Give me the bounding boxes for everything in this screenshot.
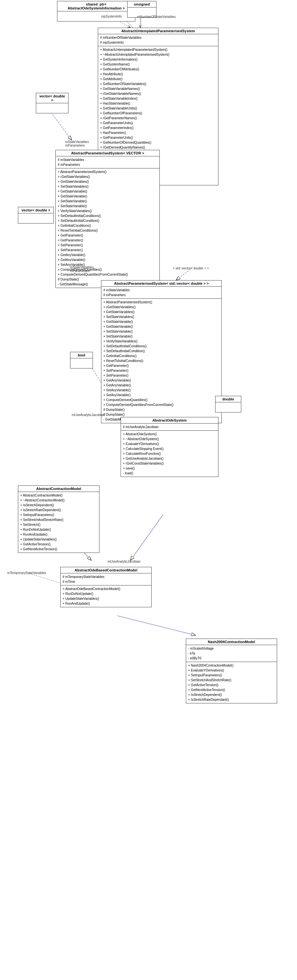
apsv-field-2: # mParameters bbox=[103, 293, 219, 298]
method-17: + GetParameterIndex() bbox=[100, 126, 216, 130]
acm-m10: + UpdateStateVariables() bbox=[20, 537, 97, 542]
shared-ptr-body bbox=[57, 11, 135, 21]
aos-m7: + rGetConstStateVariables() bbox=[123, 461, 216, 466]
mpSystemInfo-label: mpSystemInfo bbox=[101, 15, 122, 18]
field-1: # mNumberOfStateVariables bbox=[100, 35, 216, 40]
nash-m2: + EvaluateYDerivatives() bbox=[188, 668, 275, 673]
svg-line-17 bbox=[29, 573, 60, 583]
abstract-untemplated-fields: # mNumberOfStateVariables # mpSystemInfo bbox=[98, 34, 218, 46]
apv-m11: + SetDefaultInitialCondition() bbox=[58, 218, 158, 223]
apv-m2: + rGetStateVariables() bbox=[58, 174, 158, 179]
apsv-m9: + VerifyStateVariables() bbox=[103, 339, 219, 344]
apv-m15: + GetParameter() bbox=[58, 238, 158, 243]
method-15: + rGetParameterNames() bbox=[100, 116, 216, 121]
mNumberOfStateVariables-label: mNumberOfStateVariables bbox=[137, 15, 176, 19]
bool-box: bool bbox=[70, 352, 93, 369]
apsv-m23: # DumpState() bbox=[103, 407, 219, 412]
nash-m6: + GetNextActiveTension() bbox=[188, 687, 275, 692]
apv-m5: + GetStateVariable() bbox=[58, 189, 158, 194]
acm-m12: + GetNextActiveTension() bbox=[20, 547, 97, 552]
method-2: + ~AbstractUntemplatedParameterisedSyste… bbox=[100, 52, 216, 57]
method-13: + GetStateVariableUnits() bbox=[100, 106, 216, 111]
aobcm-m2: + RunDoNotUpdate() bbox=[62, 591, 149, 596]
state-variables-label-1: mStateVariables mParameters bbox=[65, 140, 89, 147]
apv-m18: + GetAnyVariable() bbox=[58, 253, 158, 258]
apsv-m3: + GetStateVariables() bbox=[103, 310, 219, 314]
bool-body bbox=[70, 358, 93, 368]
apv-m6: + GetStateVariable() bbox=[58, 194, 158, 199]
method-1: + AbstractUntemplatedParameterisedSystem… bbox=[100, 47, 216, 52]
apv-m4: + SetStateVariables() bbox=[58, 184, 158, 189]
mUseAnalyticJacobian-label: mUseAnalyticJacobian bbox=[72, 413, 105, 417]
acm-m4: + IsStretchRateDependent() bbox=[20, 508, 97, 512]
acm-m6: + SetStretchAndStretchRate() bbox=[20, 517, 97, 522]
nash-m1: + Nash2004ContractionModel() bbox=[188, 663, 275, 668]
apsv-m21: + ComputeDerivedQuantities() bbox=[103, 398, 219, 402]
svg-line-14 bbox=[130, 515, 163, 560]
method-11: + GetStateVariableIndex() bbox=[100, 96, 216, 101]
apsv-m13: + ResetToInitialConditions() bbox=[103, 358, 219, 363]
apsv-m4: + SetStateVariables() bbox=[103, 314, 219, 319]
abstract-ode-based-contraction-title: AbstractOdeBasedContractionModel bbox=[61, 567, 151, 573]
method-3: + GetSystemInformation() bbox=[100, 57, 216, 62]
vector-box: vector< double > bbox=[36, 93, 69, 113]
abstract-ode-system-fields: # mUseAnalyticJacobian bbox=[121, 423, 218, 431]
apv-field-2: # mParameters bbox=[58, 162, 158, 167]
vector-double-title: vector< double > bbox=[18, 207, 53, 213]
acm-m11: + GetActiveTension() bbox=[20, 542, 97, 547]
aos-m8: + save() bbox=[123, 466, 216, 471]
apv-m14: + GetParameter() bbox=[58, 233, 158, 238]
apv-m9: + VerifyStateVariables() bbox=[58, 208, 158, 213]
apv-m12: + GetInitialConditions() bbox=[58, 223, 158, 228]
method-14: + GetNumberOfParameters() bbox=[100, 111, 216, 116]
svg-line-16 bbox=[117, 616, 196, 635]
apv-m22: + ComputeDerivedQuantitiesFromCurrentSta… bbox=[58, 272, 158, 277]
apv-m10: + SetDefaultInitialConditions() bbox=[58, 213, 158, 218]
apsv-m2: + rGetStateVariables() bbox=[103, 305, 219, 310]
method-19: + GetParameterUnits() bbox=[100, 135, 216, 140]
nash-m4: + SetStretchAndStretchRate() bbox=[188, 678, 275, 682]
method-5: + GetNumberOfAttributes() bbox=[100, 67, 216, 72]
aos-m3: + EvaluateYDerivatives() bbox=[123, 441, 216, 446]
double-title: double bbox=[216, 396, 241, 402]
state-variables-label-2: mStateVariables mParameters bbox=[70, 266, 94, 273]
acm-m3: + IsStretchDependent() bbox=[20, 503, 97, 508]
apsv-m14: + GetParameter() bbox=[103, 363, 219, 368]
aos-m2: + ~AbstractOdeSystem() bbox=[123, 437, 216, 441]
abstract-ode-system-methods: + AbstractOdeSystem() + ~AbstractOdeSyst… bbox=[121, 431, 218, 477]
apsv-m20: + SetAnyVariable() bbox=[103, 393, 219, 398]
apsv-m22: + ComputeDerivedQuantitiesFromCurrentSta… bbox=[103, 402, 219, 407]
apsv-m15: + SetParameter() bbox=[103, 368, 219, 373]
apv-m16: + SetParameter() bbox=[58, 243, 158, 248]
method-21: + rGetDerivedQuantityNames() bbox=[100, 145, 216, 150]
nash-m7: + IsStretchDependent() bbox=[188, 692, 275, 697]
shared-ptr-title: shared_ptr< AbstractOdeSystemInformation… bbox=[57, 1, 135, 11]
abstract-ode-system-title: AbstractOdeSystem bbox=[121, 417, 218, 423]
double-body bbox=[216, 402, 241, 412]
method-16: + GetParameterUnits() bbox=[100, 121, 216, 126]
apv-m17: + SetParameter() bbox=[58, 248, 158, 253]
apsv-m6: + GetStateVariable() bbox=[103, 324, 219, 329]
nash2004-fields: - mScaledVoltage - kTa - e0ByT0 bbox=[186, 645, 277, 662]
aobcm-field-1: # mTemporaryStateVariables bbox=[62, 574, 149, 579]
aos-m9: - load() bbox=[123, 471, 216, 476]
nash2004-methods: + Nash2004ContractionModel() + EvaluateY… bbox=[186, 662, 277, 703]
apv-m1: + AbstractParameterisedSystem() bbox=[58, 169, 158, 174]
abstract-param-vector-fields: # mStateVariables # mParameters bbox=[56, 156, 160, 169]
apsv-m16: + SetParameter() bbox=[103, 373, 219, 378]
acm-m2: + ~AbstractContractionModel() bbox=[20, 498, 97, 503]
apsv-m5: + GetStateVariable() bbox=[103, 319, 219, 324]
aos-m6: + GetUseAnalyticJacobian() bbox=[123, 456, 216, 461]
aos-m5: + CalculateRootFunction() bbox=[123, 451, 216, 456]
nash-m8: + IsStretchRateDependant() bbox=[188, 697, 275, 702]
acm-m1: + AbstractContractionModel() bbox=[20, 493, 97, 498]
apv-m3: + GetStateVariables() bbox=[58, 179, 158, 184]
apv-m13: + ResetToInitialConditions() bbox=[58, 228, 158, 233]
std-vector-label: < std::vector< double > > bbox=[173, 267, 209, 270]
method-20: + GetNumberOfDerivedQuantities() bbox=[100, 140, 216, 145]
acm-m8: + RunDoNotUpdate() bbox=[20, 527, 97, 532]
abstract-param-stdvec-box: AbstractParameterisedSystem< std::vector… bbox=[101, 280, 222, 423]
apsv-m12: + GetInitialConditions() bbox=[103, 353, 219, 358]
method-9: + GetStateVariableNames() bbox=[100, 86, 216, 91]
abstract-param-stdvec-fields: # mStateVariables # mParameters bbox=[101, 287, 221, 299]
